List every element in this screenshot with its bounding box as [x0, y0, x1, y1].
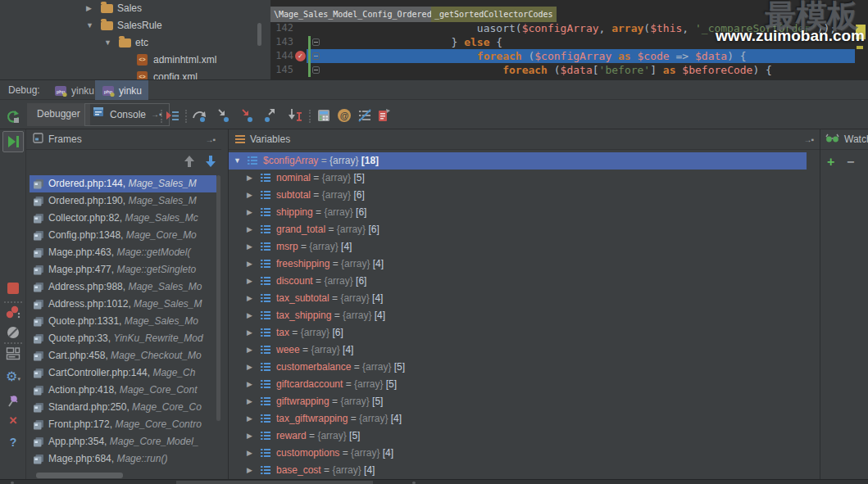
frame-row[interactable]: Quote.php:33, YinKu_Rewrite_Mod [30, 330, 216, 347]
frame-row[interactable]: Quote.php:1331, Mage_Sales_Mo [30, 313, 216, 330]
numbered-list-off-icon[interactable] [357, 107, 373, 124]
variable-row[interactable]: ▶reward = {array} [5] [229, 427, 820, 445]
frame-row[interactable]: Ordered.php:190, Mage_Sales_M [30, 192, 216, 210]
variable-row[interactable]: ▶tax_shipping = {array} [4] [229, 307, 820, 324]
debug-session-tab-1[interactable]: phpyinku [95, 80, 148, 101]
variable-expander-icon[interactable]: ▶ [247, 462, 252, 479]
variable-expander-icon[interactable]: ▶ [247, 238, 252, 256]
tree-expander-icon[interactable]: ▼ [86, 17, 93, 34]
variable-row[interactable]: ▶base_cost = {array} [4] [229, 462, 820, 479]
variable-row[interactable]: ▶msrp = {array} [4] [229, 238, 820, 256]
variable-expander-icon[interactable]: ▶ [247, 204, 252, 221]
variable-expander-icon[interactable]: ▶ [247, 342, 252, 359]
debug-session-tab-0[interactable]: phpyinku [48, 80, 101, 101]
view-breakpoints-icon[interactable] [0, 305, 26, 323]
frame-row[interactable]: Action.php:418, Mage_Core_Cont [30, 382, 216, 399]
variable-row[interactable]: ▶tax = {array} [6] [229, 324, 820, 342]
error-stripe-mark[interactable] [857, 46, 863, 49]
run-to-cursor-icon[interactable] [287, 107, 303, 124]
rerun-icon[interactable] [5, 109, 21, 125]
variable-expander-icon[interactable]: ▶ [247, 324, 252, 342]
variable-row[interactable]: ▶discount = {array} [6] [229, 273, 820, 290]
pin-icon[interactable] [0, 393, 26, 412]
help-icon[interactable]: ? [0, 436, 26, 449]
frame-row[interactable]: Mage.php:463, Mage::getModel( [30, 244, 216, 261]
close-icon[interactable]: ✕ [0, 414, 26, 427]
variable-expander-icon[interactable]: ▶ [247, 410, 252, 427]
variable-expander-icon[interactable]: ▶ [247, 359, 252, 376]
project-tree-scrollbar[interactable] [257, 23, 261, 46]
variable-expander-icon[interactable]: ▶ [247, 427, 252, 445]
variable-row[interactable]: ▶nominal = {array} [5] [229, 170, 820, 187]
variable-row[interactable]: ▶weee = {array} [4] [229, 342, 820, 359]
variable-expander-icon[interactable]: ▶ [247, 187, 252, 204]
step-over-icon[interactable] [191, 107, 207, 124]
float-window-icon[interactable]: →▪ [803, 129, 813, 150]
tab-debugger[interactable]: Debugger [27, 103, 90, 126]
step-out-icon[interactable] [262, 107, 279, 124]
frames-horizontal-scrollbar[interactable] [36, 473, 123, 478]
variable-row[interactable]: ▶tax_subtotal = {array} [4] [229, 290, 820, 307]
frame-row[interactable]: Mage.php:477, Mage::getSingleto [30, 261, 216, 278]
tab-console[interactable]: Console →▪ [84, 103, 170, 126]
float-window-icon[interactable]: →▪ [205, 129, 215, 150]
export-icon[interactable] [375, 107, 392, 124]
remove-watch-icon[interactable]: − [847, 154, 854, 170]
frame-row[interactable]: Address.php:988, Mage_Sales_Mo [30, 278, 216, 296]
frame-row[interactable]: Cart.php:458, Mage_Checkout_Mo [30, 347, 216, 364]
variable-expander-icon[interactable]: ▶ [247, 256, 252, 273]
frame-row[interactable]: Address.php:1012, Mage_Sales_M [30, 296, 216, 313]
tree-expander-icon[interactable]: ▶ [86, 0, 92, 17]
variable-expander-icon[interactable]: ▶ [247, 376, 252, 393]
add-watch-icon[interactable]: + [827, 154, 834, 170]
tree-item-sales[interactable]: ▶Sales [0, 0, 270, 17]
frame-row[interactable]: Mage.php:684, Mage::run() [30, 450, 216, 468]
frame-row[interactable]: Standard.php:250, Mage_Core_Co [30, 399, 216, 416]
variable-row[interactable]: ▶shipping = {array} [6] [229, 204, 820, 221]
show-execution-point-icon[interactable] [164, 107, 180, 124]
variable-row[interactable]: ▶tax_giftwrapping = {array} [4] [229, 410, 820, 427]
tree-item-config-xml[interactable]: <>config.xml [0, 69, 270, 79]
breakpoint-hit-icon[interactable]: ✓ [295, 51, 306, 61]
frames-vertical-scrollbar[interactable] [216, 175, 220, 421]
variable-row[interactable]: ▶grand_total = {array} [6] [229, 221, 820, 238]
force-step-into-icon[interactable] [239, 107, 255, 124]
tree-expander-icon[interactable]: ▼ [104, 34, 111, 52]
variable-row[interactable]: ▶customerbalance = {array} [5] [229, 359, 820, 376]
step-into-icon[interactable] [215, 107, 231, 124]
frame-row[interactable]: Front.php:172, Mage_Core_Contro [30, 416, 216, 433]
variable-expander-icon[interactable]: ▶ [247, 170, 252, 187]
variable-expander-icon[interactable]: ▶ [247, 290, 252, 307]
frame-row[interactable]: Collector.php:82, Mage_Sales_Mc [30, 210, 216, 227]
frame-up-icon[interactable] [182, 154, 197, 171]
fold-marker-icon[interactable] [312, 38, 320, 46]
tree-item-etc[interactable]: ▼etc [0, 34, 270, 52]
variable-row[interactable]: ▶giftcardaccount = {array} [5] [229, 376, 820, 393]
variable-row[interactable]: ▶giftwrapping = {array} [5] [229, 393, 820, 410]
variable-expander-icon[interactable]: ▶ [247, 307, 252, 324]
tree-item-adminhtml-xml[interactable]: <>adminhtml.xml [0, 52, 270, 69]
at-mention-icon[interactable]: @ [336, 107, 352, 124]
variable-expander-icon[interactable]: ▶ [247, 393, 252, 410]
frame-row[interactable]: CartController.php:144, Mage_Ch [30, 364, 216, 382]
fold-marker-icon[interactable] [312, 66, 320, 74]
resume-button[interactable] [2, 131, 24, 152]
frame-row[interactable]: Ordered.php:144, Mage_Sales_M [30, 175, 216, 192]
variable-row[interactable]: ▶subtotal = {array} [6] [229, 187, 820, 204]
variable-expander-icon[interactable]: ▶ [247, 273, 252, 290]
variable-expander-icon[interactable]: ▶ [247, 445, 252, 462]
evaluate-expression-icon[interactable] [316, 107, 332, 124]
stop-button[interactable] [0, 283, 26, 296]
variable-row[interactable]: ▶customoptions = {array} [4] [229, 445, 820, 462]
tree-item-salesrule[interactable]: ▼SalesRule [0, 17, 270, 34]
settings-gear-icon[interactable]: ⚙▾ [0, 370, 26, 383]
variable-expander-icon[interactable]: ▼ [234, 152, 241, 170]
frame-down-icon[interactable] [203, 154, 218, 171]
variable-expander-icon[interactable]: ▶ [247, 221, 252, 238]
variable-row[interactable]: ▼$configArray = {array} [18] [229, 152, 807, 170]
fold-marker-icon[interactable] [312, 52, 320, 60]
mute-breakpoints-icon[interactable] [0, 324, 26, 343]
frame-row[interactable]: Config.php:1348, Mage_Core_Mo [30, 227, 216, 244]
restore-layout-icon[interactable] [0, 346, 26, 364]
frame-row[interactable]: App.php:354, Mage_Core_Model_ [30, 433, 216, 450]
